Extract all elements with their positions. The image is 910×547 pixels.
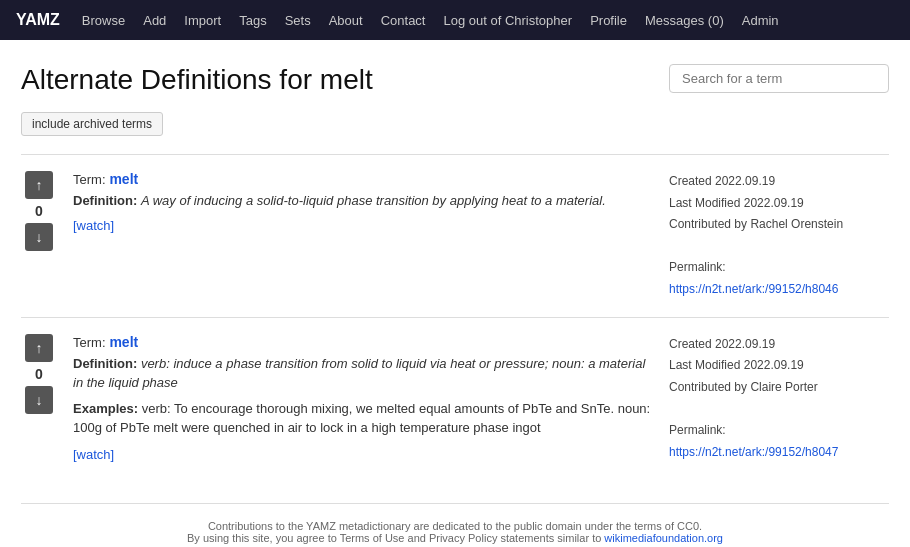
watch-link-1[interactable]: [watch] [73, 218, 114, 233]
nav-about[interactable]: About [329, 13, 363, 28]
vote-count-1: 0 [35, 203, 43, 219]
definition-text-1: A way of inducing a solid-to-liquid phas… [141, 193, 606, 208]
entry-meta-2: Created 2022.09.19 Last Modified 2022.09… [669, 334, 889, 464]
entry-definition-2: Definition: verb: induce a phase transit… [73, 354, 653, 393]
entry-body-2: Term: melt Definition: verb: induce a ph… [73, 334, 653, 464]
brand-logo: YAMZ [16, 11, 60, 29]
term-link-2[interactable]: melt [109, 334, 138, 350]
nav-tags[interactable]: Tags [239, 13, 266, 28]
permalink-label-2: Permalink: [669, 420, 889, 442]
definition-label-2: Definition: [73, 356, 137, 371]
created-1: Created 2022.09.19 [669, 174, 775, 188]
footer-link[interactable]: wikimediafoundation.org [604, 532, 723, 544]
contributed-2: Contributed by Claire Porter [669, 380, 818, 394]
term-link-1[interactable]: melt [109, 171, 138, 187]
permalink-label-1: Permalink: [669, 257, 889, 279]
entry-2: ↑ 0 ↓ Term: melt Definition: verb: induc… [21, 317, 889, 480]
nav-profile[interactable]: Profile [590, 13, 627, 28]
term-label-2: Term: [73, 335, 106, 350]
footer-line2-text: By using this site, you agree to Terms o… [187, 532, 604, 544]
entry-definition-1: Definition: A way of inducing a solid-to… [73, 191, 653, 211]
entry-meta-1: Created 2022.09.19 Last Modified 2022.09… [669, 171, 889, 301]
nav-logout[interactable]: Log out of Christopher [443, 13, 572, 28]
footer: Contributions to the YAMZ metadictionary… [21, 503, 889, 547]
search-input[interactable] [669, 64, 889, 93]
nav-add[interactable]: Add [143, 13, 166, 28]
nav-import[interactable]: Import [184, 13, 221, 28]
contributed-1: Contributed by Rachel Orenstein [669, 217, 843, 231]
upvote-button-1[interactable]: ↑ [25, 171, 53, 199]
nav-contact[interactable]: Contact [381, 13, 426, 28]
downvote-button-1[interactable]: ↓ [25, 223, 53, 251]
last-modified-2: Last Modified 2022.09.19 [669, 358, 804, 372]
permalink-url-1[interactable]: https://n2t.net/ark:/99152/h8046 [669, 282, 838, 296]
footer-line2: By using this site, you agree to Terms o… [37, 532, 873, 544]
page-title: Alternate Definitions for melt [21, 64, 373, 96]
entry-body-1: Term: melt Definition: A way of inducing… [73, 171, 653, 301]
last-modified-1: Last Modified 2022.09.19 [669, 196, 804, 210]
downvote-button-2[interactable]: ↓ [25, 386, 53, 414]
term-label-1: Term: [73, 172, 106, 187]
entry-1: ↑ 0 ↓ Term: melt Definition: A way of in… [21, 154, 889, 317]
definition-label-1: Definition: [73, 193, 137, 208]
nav-browse[interactable]: Browse [82, 13, 125, 28]
entry-examples-2: Examples: verb: To encourage thorough mi… [73, 399, 653, 438]
vote-column-1: ↑ 0 ↓ [21, 171, 57, 301]
footer-line1: Contributions to the YAMZ metadictionary… [37, 520, 873, 532]
vote-count-2: 0 [35, 366, 43, 382]
created-2: Created 2022.09.19 [669, 337, 775, 351]
upvote-button-2[interactable]: ↑ [25, 334, 53, 362]
vote-column-2: ↑ 0 ↓ [21, 334, 57, 464]
examples-text-2: verb: To encourage thorough mixing, we m… [73, 401, 650, 436]
permalink-url-2[interactable]: https://n2t.net/ark:/99152/h8047 [669, 445, 838, 459]
definition-text-2: verb: induce a phase transition from sol… [73, 356, 645, 391]
nav-admin[interactable]: Admin [742, 13, 779, 28]
nav-sets[interactable]: Sets [285, 13, 311, 28]
include-archived-button[interactable]: include archived terms [21, 112, 163, 136]
nav-messages[interactable]: Messages (0) [645, 13, 724, 28]
examples-label-2: Examples: [73, 401, 138, 416]
watch-link-2[interactable]: [watch] [73, 447, 114, 462]
